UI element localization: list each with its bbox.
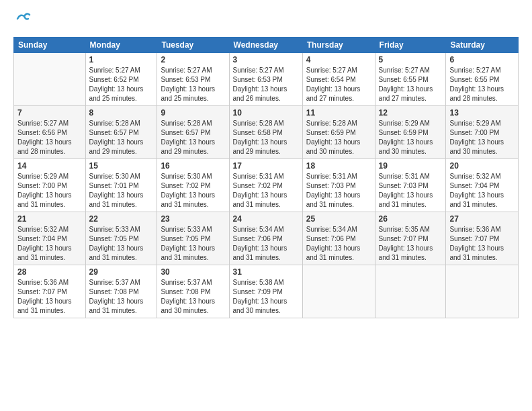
day-info: Sunrise: 5:33 AM Sunset: 7:05 PM Dayligh…: [89, 225, 154, 263]
calendar-cell: 30Sunrise: 5:37 AM Sunset: 7:08 PM Dayli…: [157, 265, 229, 318]
day-info: Sunrise: 5:29 AM Sunset: 7:00 PM Dayligh…: [17, 172, 82, 210]
day-number: 15: [89, 161, 154, 171]
day-number: 3: [233, 55, 299, 64]
day-info: Sunrise: 5:30 AM Sunset: 7:02 PM Dayligh…: [161, 172, 225, 210]
day-info: Sunrise: 5:27 AM Sunset: 6:53 PM Dayligh…: [233, 66, 299, 103]
weekday-header: Friday: [375, 38, 446, 53]
day-info: Sunrise: 5:28 AM Sunset: 6:58 PM Dayligh…: [233, 119, 299, 156]
calendar-cell: 22Sunrise: 5:33 AM Sunset: 7:05 PM Dayli…: [85, 212, 157, 265]
day-info: Sunrise: 5:35 AM Sunset: 7:07 PM Dayligh…: [379, 225, 443, 263]
day-info: Sunrise: 5:36 AM Sunset: 7:07 PM Dayligh…: [449, 225, 515, 263]
weekday-header: Thursday: [302, 38, 375, 53]
day-number: 13: [449, 108, 515, 118]
day-number: 5: [379, 55, 443, 64]
day-number: 10: [233, 108, 299, 118]
day-info: Sunrise: 5:32 AM Sunset: 7:04 PM Dayligh…: [17, 225, 82, 263]
weekday-header: Tuesday: [157, 38, 229, 53]
calendar-cell: 10Sunrise: 5:28 AM Sunset: 6:58 PM Dayli…: [229, 106, 302, 159]
day-number: 18: [306, 161, 371, 171]
weekday-header: Saturday: [446, 38, 519, 53]
calendar-cell: [375, 265, 446, 318]
day-info: Sunrise: 5:30 AM Sunset: 7:01 PM Dayligh…: [89, 172, 154, 210]
calendar-cell: 3Sunrise: 5:27 AM Sunset: 6:53 PM Daylig…: [229, 53, 302, 106]
day-info: Sunrise: 5:27 AM Sunset: 6:55 PM Dayligh…: [379, 66, 443, 103]
calendar-cell: 28Sunrise: 5:36 AM Sunset: 7:07 PM Dayli…: [14, 265, 86, 318]
day-number: 28: [17, 267, 82, 277]
calendar-cell: 25Sunrise: 5:34 AM Sunset: 7:06 PM Dayli…: [302, 212, 375, 265]
day-info: Sunrise: 5:36 AM Sunset: 7:07 PM Dayligh…: [17, 278, 82, 316]
calendar-cell: 18Sunrise: 5:31 AM Sunset: 7:03 PM Dayli…: [302, 159, 375, 212]
weekday-header: Monday: [85, 38, 157, 53]
day-info: Sunrise: 5:28 AM Sunset: 6:59 PM Dayligh…: [306, 119, 371, 156]
calendar-cell: 6Sunrise: 5:27 AM Sunset: 6:55 PM Daylig…: [446, 53, 519, 106]
day-number: 20: [449, 161, 515, 171]
day-number: 21: [17, 214, 82, 224]
day-info: Sunrise: 5:37 AM Sunset: 7:08 PM Dayligh…: [161, 278, 225, 316]
day-info: Sunrise: 5:31 AM Sunset: 7:03 PM Dayligh…: [379, 172, 443, 210]
calendar-cell: 2Sunrise: 5:27 AM Sunset: 6:53 PM Daylig…: [157, 53, 229, 106]
day-number: 27: [449, 214, 515, 224]
day-number: 11: [306, 108, 371, 118]
day-number: 26: [379, 214, 443, 224]
calendar-cell: 23Sunrise: 5:33 AM Sunset: 7:05 PM Dayli…: [157, 212, 229, 265]
day-number: 30: [161, 267, 225, 277]
calendar-week-row: 14Sunrise: 5:29 AM Sunset: 7:00 PM Dayli…: [14, 159, 519, 212]
calendar-cell: 14Sunrise: 5:29 AM Sunset: 7:00 PM Dayli…: [14, 159, 86, 212]
day-number: 6: [449, 55, 515, 64]
calendar-cell: 31Sunrise: 5:38 AM Sunset: 7:09 PM Dayli…: [229, 265, 302, 318]
calendar-cell: 26Sunrise: 5:35 AM Sunset: 7:07 PM Dayli…: [375, 212, 446, 265]
calendar-cell: [302, 265, 375, 318]
calendar-cell: 29Sunrise: 5:37 AM Sunset: 7:08 PM Dayli…: [85, 265, 157, 318]
page: SundayMondayTuesdayWednesdayThursdayFrid…: [0, 0, 532, 411]
weekday-header: Wednesday: [229, 38, 302, 53]
day-info: Sunrise: 5:28 AM Sunset: 6:57 PM Dayligh…: [161, 119, 225, 156]
calendar-cell: 11Sunrise: 5:28 AM Sunset: 6:59 PM Dayli…: [302, 106, 375, 159]
header-row: SundayMondayTuesdayWednesdayThursdayFrid…: [14, 38, 519, 53]
day-info: Sunrise: 5:31 AM Sunset: 7:03 PM Dayligh…: [306, 172, 371, 210]
day-number: 23: [161, 214, 225, 224]
weekday-header: Sunday: [14, 38, 86, 53]
day-info: Sunrise: 5:27 AM Sunset: 6:55 PM Dayligh…: [449, 66, 515, 103]
calendar-cell: 20Sunrise: 5:32 AM Sunset: 7:04 PM Dayli…: [446, 159, 519, 212]
day-number: 7: [17, 108, 82, 118]
calendar-cell: [14, 53, 86, 106]
day-number: 14: [17, 161, 82, 171]
calendar-cell: 15Sunrise: 5:30 AM Sunset: 7:01 PM Dayli…: [85, 159, 157, 212]
day-number: 24: [233, 214, 299, 224]
day-info: Sunrise: 5:27 AM Sunset: 6:54 PM Dayligh…: [306, 66, 371, 103]
day-info: Sunrise: 5:32 AM Sunset: 7:04 PM Dayligh…: [449, 172, 515, 210]
day-number: 9: [161, 108, 225, 118]
day-info: Sunrise: 5:29 AM Sunset: 7:00 PM Dayligh…: [449, 119, 515, 156]
calendar-cell: 7Sunrise: 5:27 AM Sunset: 6:56 PM Daylig…: [14, 106, 86, 159]
day-info: Sunrise: 5:27 AM Sunset: 6:52 PM Dayligh…: [89, 66, 154, 103]
day-number: 22: [89, 214, 154, 224]
day-number: 8: [89, 108, 154, 118]
day-info: Sunrise: 5:38 AM Sunset: 7:09 PM Dayligh…: [233, 278, 299, 316]
calendar-cell: 9Sunrise: 5:28 AM Sunset: 6:57 PM Daylig…: [157, 106, 229, 159]
day-info: Sunrise: 5:31 AM Sunset: 7:02 PM Dayligh…: [233, 172, 299, 210]
logo-icon: [15, 11, 31, 27]
calendar-cell: [446, 265, 519, 318]
day-info: Sunrise: 5:34 AM Sunset: 7:06 PM Dayligh…: [306, 225, 371, 263]
day-number: 16: [161, 161, 225, 171]
calendar-week-row: 7Sunrise: 5:27 AM Sunset: 6:56 PM Daylig…: [14, 106, 519, 159]
calendar-cell: 27Sunrise: 5:36 AM Sunset: 7:07 PM Dayli…: [446, 212, 519, 265]
day-number: 12: [379, 108, 443, 118]
header: [13, 11, 519, 30]
calendar-cell: 21Sunrise: 5:32 AM Sunset: 7:04 PM Dayli…: [14, 212, 86, 265]
day-info: Sunrise: 5:28 AM Sunset: 6:57 PM Dayligh…: [89, 119, 154, 156]
day-info: Sunrise: 5:27 AM Sunset: 6:53 PM Dayligh…: [161, 66, 225, 103]
day-number: 19: [379, 161, 443, 171]
day-number: 1: [89, 55, 154, 64]
calendar-cell: 1Sunrise: 5:27 AM Sunset: 6:52 PM Daylig…: [85, 53, 157, 106]
calendar-cell: 24Sunrise: 5:34 AM Sunset: 7:06 PM Dayli…: [229, 212, 302, 265]
calendar-cell: 8Sunrise: 5:28 AM Sunset: 6:57 PM Daylig…: [85, 106, 157, 159]
calendar-cell: 17Sunrise: 5:31 AM Sunset: 7:02 PM Dayli…: [229, 159, 302, 212]
day-info: Sunrise: 5:37 AM Sunset: 7:08 PM Dayligh…: [89, 278, 154, 316]
calendar-cell: 16Sunrise: 5:30 AM Sunset: 7:02 PM Dayli…: [157, 159, 229, 212]
day-info: Sunrise: 5:29 AM Sunset: 6:59 PM Dayligh…: [379, 119, 443, 156]
day-number: 17: [233, 161, 299, 171]
calendar-cell: 5Sunrise: 5:27 AM Sunset: 6:55 PM Daylig…: [375, 53, 446, 106]
calendar-cell: 19Sunrise: 5:31 AM Sunset: 7:03 PM Dayli…: [375, 159, 446, 212]
day-number: 29: [89, 267, 154, 277]
